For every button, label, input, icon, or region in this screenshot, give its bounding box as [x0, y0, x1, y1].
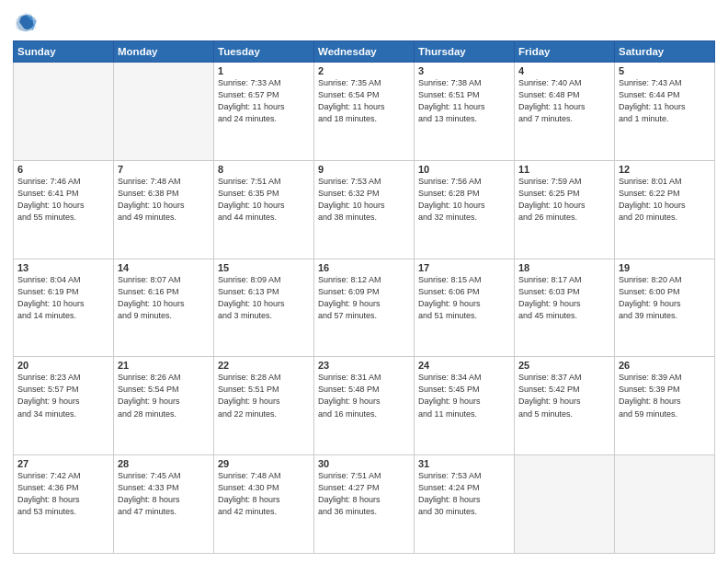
- calendar-cell: 1Sunrise: 7:33 AM Sunset: 6:57 PM Daylig…: [214, 63, 314, 161]
- day-detail: Sunrise: 8:20 AM Sunset: 6:00 PM Dayligh…: [619, 274, 711, 322]
- day-detail: Sunrise: 8:34 AM Sunset: 5:45 PM Dayligh…: [418, 372, 510, 419]
- day-detail: Sunrise: 8:31 AM Sunset: 5:48 PM Dayligh…: [318, 372, 410, 419]
- calendar-table: SundayMondayTuesdayWednesdayThursdayFrid…: [13, 40, 715, 554]
- calendar-cell: [114, 63, 214, 161]
- calendar-cell: 10Sunrise: 7:56 AM Sunset: 6:28 PM Dayli…: [415, 160, 515, 259]
- calendar-cell: 20Sunrise: 8:23 AM Sunset: 5:57 PM Dayli…: [14, 357, 114, 455]
- day-number: 10: [418, 164, 510, 175]
- calendar-cell: 27Sunrise: 7:42 AM Sunset: 4:36 PM Dayli…: [14, 455, 114, 554]
- day-number: 1: [218, 65, 310, 76]
- day-number: 29: [218, 458, 310, 469]
- day-number: 30: [318, 458, 410, 469]
- calendar-cell: [615, 455, 715, 554]
- calendar-cell: 4Sunrise: 7:40 AM Sunset: 6:48 PM Daylig…: [515, 63, 615, 161]
- day-number: 2: [318, 65, 410, 76]
- day-number: 20: [17, 360, 109, 371]
- day-detail: Sunrise: 8:09 AM Sunset: 6:13 PM Dayligh…: [218, 274, 310, 322]
- weekday-header-monday: Monday: [114, 41, 214, 63]
- day-detail: Sunrise: 8:26 AM Sunset: 5:54 PM Dayligh…: [118, 372, 210, 419]
- day-detail: Sunrise: 8:28 AM Sunset: 5:51 PM Dayligh…: [218, 372, 310, 419]
- calendar-cell: 28Sunrise: 7:45 AM Sunset: 4:33 PM Dayli…: [114, 455, 214, 554]
- calendar-week-3: 13Sunrise: 8:04 AM Sunset: 6:19 PM Dayli…: [14, 259, 715, 357]
- day-number: 23: [318, 360, 410, 371]
- day-detail: Sunrise: 7:53 AM Sunset: 4:24 PM Dayligh…: [418, 470, 510, 518]
- day-detail: Sunrise: 7:40 AM Sunset: 6:48 PM Dayligh…: [518, 77, 610, 125]
- day-detail: Sunrise: 8:15 AM Sunset: 6:06 PM Dayligh…: [418, 274, 510, 322]
- day-number: 3: [418, 65, 510, 76]
- calendar-cell: 12Sunrise: 8:01 AM Sunset: 6:22 PM Dayli…: [615, 160, 715, 259]
- calendar-cell: 16Sunrise: 8:12 AM Sunset: 6:09 PM Dayli…: [314, 259, 415, 357]
- calendar-week-2: 6Sunrise: 7:46 AM Sunset: 6:41 PM Daylig…: [14, 160, 715, 259]
- day-number: 9: [318, 164, 410, 175]
- calendar-cell: 2Sunrise: 7:35 AM Sunset: 6:54 PM Daylig…: [314, 63, 415, 161]
- weekday-header-saturday: Saturday: [615, 41, 715, 63]
- calendar-week-4: 20Sunrise: 8:23 AM Sunset: 5:57 PM Dayli…: [14, 357, 715, 455]
- header: [13, 9, 715, 35]
- weekday-header-friday: Friday: [515, 41, 615, 63]
- day-detail: Sunrise: 7:45 AM Sunset: 4:33 PM Dayligh…: [118, 470, 210, 518]
- day-number: 11: [518, 164, 610, 175]
- calendar-cell: 18Sunrise: 8:17 AM Sunset: 6:03 PM Dayli…: [515, 259, 615, 357]
- logo: [13, 9, 42, 35]
- day-detail: Sunrise: 8:17 AM Sunset: 6:03 PM Dayligh…: [518, 274, 610, 322]
- calendar-cell: 8Sunrise: 7:51 AM Sunset: 6:35 PM Daylig…: [214, 160, 314, 259]
- day-detail: Sunrise: 8:01 AM Sunset: 6:22 PM Dayligh…: [619, 176, 711, 224]
- calendar-cell: 13Sunrise: 8:04 AM Sunset: 6:19 PM Dayli…: [14, 259, 114, 357]
- day-number: 28: [118, 458, 210, 469]
- day-number: 31: [418, 458, 510, 469]
- day-detail: Sunrise: 7:48 AM Sunset: 4:30 PM Dayligh…: [218, 470, 310, 518]
- weekday-header-sunday: Sunday: [14, 41, 114, 63]
- day-detail: Sunrise: 8:12 AM Sunset: 6:09 PM Dayligh…: [318, 274, 410, 322]
- day-number: 8: [218, 164, 310, 175]
- day-number: 14: [118, 262, 210, 273]
- calendar-cell: 14Sunrise: 8:07 AM Sunset: 6:16 PM Dayli…: [114, 259, 214, 357]
- day-detail: Sunrise: 7:43 AM Sunset: 6:44 PM Dayligh…: [619, 77, 711, 125]
- day-detail: Sunrise: 7:46 AM Sunset: 6:41 PM Dayligh…: [17, 176, 109, 224]
- day-detail: Sunrise: 8:37 AM Sunset: 5:42 PM Dayligh…: [518, 372, 610, 419]
- day-number: 4: [518, 65, 610, 76]
- calendar-cell: 17Sunrise: 8:15 AM Sunset: 6:06 PM Dayli…: [415, 259, 515, 357]
- day-detail: Sunrise: 7:51 AM Sunset: 4:27 PM Dayligh…: [318, 470, 410, 518]
- day-number: 19: [619, 262, 711, 273]
- calendar-cell: 31Sunrise: 7:53 AM Sunset: 4:24 PM Dayli…: [415, 455, 515, 554]
- calendar-cell: 5Sunrise: 7:43 AM Sunset: 6:44 PM Daylig…: [615, 63, 715, 161]
- calendar-cell: 15Sunrise: 8:09 AM Sunset: 6:13 PM Dayli…: [214, 259, 314, 357]
- calendar-week-5: 27Sunrise: 7:42 AM Sunset: 4:36 PM Dayli…: [14, 455, 715, 554]
- weekday-header-wednesday: Wednesday: [314, 41, 415, 63]
- day-number: 21: [118, 360, 210, 371]
- calendar-cell: 23Sunrise: 8:31 AM Sunset: 5:48 PM Dayli…: [314, 357, 415, 455]
- day-detail: Sunrise: 7:48 AM Sunset: 6:38 PM Dayligh…: [118, 176, 210, 224]
- day-detail: Sunrise: 7:51 AM Sunset: 6:35 PM Dayligh…: [218, 176, 310, 224]
- calendar-cell: 24Sunrise: 8:34 AM Sunset: 5:45 PM Dayli…: [415, 357, 515, 455]
- day-number: 24: [418, 360, 510, 371]
- day-detail: Sunrise: 8:23 AM Sunset: 5:57 PM Dayligh…: [17, 372, 109, 419]
- page: SundayMondayTuesdayWednesdayThursdayFrid…: [0, 0, 728, 563]
- calendar-cell: 22Sunrise: 8:28 AM Sunset: 5:51 PM Dayli…: [214, 357, 314, 455]
- day-detail: Sunrise: 8:04 AM Sunset: 6:19 PM Dayligh…: [17, 274, 109, 322]
- day-number: 25: [518, 360, 610, 371]
- logo-icon: [13, 9, 39, 35]
- day-number: 6: [17, 164, 109, 175]
- calendar-week-1: 1Sunrise: 7:33 AM Sunset: 6:57 PM Daylig…: [14, 63, 715, 161]
- day-detail: Sunrise: 7:59 AM Sunset: 6:25 PM Dayligh…: [518, 176, 610, 224]
- day-detail: Sunrise: 8:07 AM Sunset: 6:16 PM Dayligh…: [118, 274, 210, 322]
- weekday-header-tuesday: Tuesday: [214, 41, 314, 63]
- calendar-cell: 25Sunrise: 8:37 AM Sunset: 5:42 PM Dayli…: [515, 357, 615, 455]
- day-number: 17: [418, 262, 510, 273]
- calendar-cell: 30Sunrise: 7:51 AM Sunset: 4:27 PM Dayli…: [314, 455, 415, 554]
- day-number: 22: [218, 360, 310, 371]
- day-number: 27: [17, 458, 109, 469]
- calendar-cell: 3Sunrise: 7:38 AM Sunset: 6:51 PM Daylig…: [415, 63, 515, 161]
- day-detail: Sunrise: 7:38 AM Sunset: 6:51 PM Dayligh…: [418, 77, 510, 125]
- day-number: 18: [518, 262, 610, 273]
- day-number: 16: [318, 262, 410, 273]
- day-number: 26: [619, 360, 711, 371]
- day-detail: Sunrise: 7:33 AM Sunset: 6:57 PM Dayligh…: [218, 77, 310, 125]
- day-number: 13: [17, 262, 109, 273]
- calendar-cell: [14, 63, 114, 161]
- day-detail: Sunrise: 7:56 AM Sunset: 6:28 PM Dayligh…: [418, 176, 510, 224]
- day-number: 12: [619, 164, 711, 175]
- weekday-header-row: SundayMondayTuesdayWednesdayThursdayFrid…: [14, 41, 715, 63]
- calendar-cell: 9Sunrise: 7:53 AM Sunset: 6:32 PM Daylig…: [314, 160, 415, 259]
- day-number: 15: [218, 262, 310, 273]
